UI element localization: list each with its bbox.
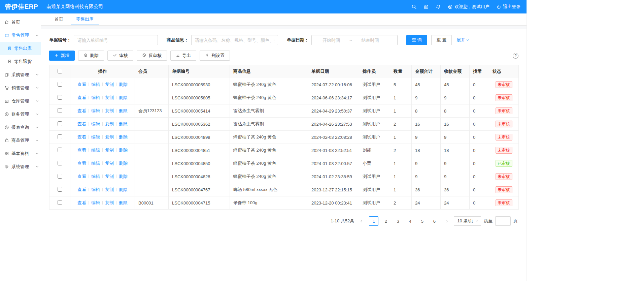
row-checkbox[interactable] bbox=[58, 108, 62, 113]
delete-link[interactable]: 删除 bbox=[119, 187, 128, 192]
copy-link[interactable]: 复制 bbox=[105, 161, 114, 166]
delete-link[interactable]: 删除 bbox=[119, 200, 128, 205]
tab-home[interactable]: 首页 bbox=[49, 13, 69, 25]
copy-link[interactable]: 复制 bbox=[105, 187, 114, 192]
copy-link[interactable]: 复制 bbox=[105, 121, 114, 126]
date-range-picker[interactable]: ~ bbox=[311, 35, 398, 45]
edit-link[interactable]: 编辑 bbox=[91, 200, 100, 205]
delete-button[interactable]: 删除 bbox=[78, 51, 104, 61]
sidebar-item-report-query[interactable]: 报表查询 bbox=[0, 121, 41, 134]
delete-link[interactable]: 删除 bbox=[119, 148, 128, 153]
edit-link[interactable]: 编辑 bbox=[91, 121, 100, 126]
page-size-select[interactable]: 10 条/页 bbox=[454, 216, 481, 226]
reset-button[interactable]: 重 置 bbox=[431, 35, 452, 45]
page-button-1[interactable]: 1 bbox=[369, 216, 378, 226]
audit-button[interactable]: 审核 bbox=[107, 51, 133, 61]
row-checkbox[interactable] bbox=[58, 187, 62, 192]
sidebar-item-purchase-mgmt[interactable]: 采购管理 bbox=[0, 68, 41, 81]
page-button-6[interactable]: 6 bbox=[430, 216, 439, 226]
bank-icon[interactable] bbox=[423, 4, 429, 9]
next-page-button[interactable] bbox=[442, 216, 451, 226]
bell-icon[interactable] bbox=[436, 4, 441, 9]
column-settings-label: 列设置 bbox=[211, 53, 225, 59]
row-checkbox[interactable] bbox=[58, 121, 62, 126]
row-checkbox[interactable] bbox=[58, 134, 62, 139]
sidebar-item-retail-mgmt[interactable]: 零售管理 bbox=[0, 29, 41, 42]
edit-link[interactable]: 编辑 bbox=[91, 134, 100, 139]
row-checkbox[interactable] bbox=[58, 174, 62, 179]
copy-link[interactable]: 复制 bbox=[105, 82, 114, 87]
export-button[interactable]: 导出 bbox=[170, 51, 196, 61]
delete-link[interactable]: 删除 bbox=[119, 82, 128, 87]
sidebar-item-retail-return[interactable]: 零售退货 bbox=[0, 55, 41, 68]
row-checkbox[interactable] bbox=[58, 95, 62, 100]
view-link[interactable]: 查看 bbox=[77, 148, 86, 153]
copy-link[interactable]: 复制 bbox=[105, 108, 114, 113]
expand-link[interactable]: 展开 bbox=[456, 37, 469, 43]
help-icon[interactable]: ? bbox=[513, 53, 518, 59]
sidebar-item-sales-mgmt[interactable]: 销售管理 bbox=[0, 81, 41, 94]
search-button[interactable]: 查 询 bbox=[406, 35, 427, 45]
delete-link[interactable]: 删除 bbox=[119, 95, 128, 100]
delete-link[interactable]: 删除 bbox=[119, 161, 128, 166]
view-link[interactable]: 查看 bbox=[77, 200, 86, 205]
edit-link[interactable]: 编辑 bbox=[91, 174, 100, 179]
logout-button[interactable]: 退出登录 bbox=[496, 4, 520, 10]
select-all-checkbox[interactable] bbox=[58, 69, 62, 73]
page-button-3[interactable]: 3 bbox=[393, 216, 403, 226]
copy-link[interactable]: 复制 bbox=[105, 200, 114, 205]
view-link[interactable]: 查看 bbox=[77, 82, 86, 87]
delete-link[interactable]: 删除 bbox=[119, 108, 128, 113]
edit-link[interactable]: 编辑 bbox=[91, 82, 100, 87]
copy-link[interactable]: 复制 bbox=[105, 174, 114, 179]
view-link[interactable]: 查看 bbox=[77, 187, 86, 192]
view-link[interactable]: 查看 bbox=[77, 161, 86, 166]
prev-page-button[interactable] bbox=[357, 216, 366, 226]
sidebar-item-warehouse-mgmt[interactable]: 仓库管理 bbox=[0, 94, 41, 107]
order-no-input[interactable] bbox=[74, 35, 158, 45]
search-icon[interactable] bbox=[411, 4, 417, 9]
delete-link[interactable]: 删除 bbox=[119, 134, 128, 139]
sidebar-item-retail-outbound[interactable]: 零售出库 bbox=[0, 42, 41, 55]
page-button-5[interactable]: 5 bbox=[417, 216, 427, 226]
jump-input[interactable] bbox=[495, 216, 511, 226]
row-checkbox[interactable] bbox=[58, 148, 62, 152]
sidebar-item-system-mgmt[interactable]: 系统管理 bbox=[0, 160, 41, 173]
filter-order-no: 单据编号： bbox=[49, 35, 158, 45]
view-link[interactable]: 查看 bbox=[77, 121, 86, 126]
date-end-input[interactable] bbox=[353, 38, 387, 43]
view-link[interactable]: 查看 bbox=[77, 108, 86, 113]
edit-link[interactable]: 编辑 bbox=[91, 187, 100, 192]
download-icon bbox=[176, 53, 180, 58]
view-link[interactable]: 查看 bbox=[77, 174, 86, 179]
welcome-user[interactable]: 欢迎您，测试用户 bbox=[448, 4, 489, 10]
member-cell bbox=[135, 170, 169, 183]
date-start-input[interactable] bbox=[314, 38, 348, 43]
change-cell: 0 bbox=[470, 183, 489, 196]
sidebar-item-goods-mgmt[interactable]: 商品管理 bbox=[0, 134, 41, 147]
sidebar-item-base-data[interactable]: 基本资料 bbox=[0, 147, 41, 160]
tab-retail-outbound[interactable]: 零售出库 bbox=[71, 13, 99, 25]
column-settings-button[interactable]: 列设置 bbox=[200, 51, 230, 61]
copy-link[interactable]: 复制 bbox=[105, 95, 114, 100]
add-button[interactable]: 新增 bbox=[49, 51, 75, 61]
sidebar-item-home[interactable]: 首页 bbox=[0, 15, 41, 29]
row-checkbox[interactable] bbox=[58, 82, 62, 87]
edit-link[interactable]: 编辑 bbox=[91, 95, 100, 100]
delete-link[interactable]: 删除 bbox=[119, 121, 128, 126]
edit-link[interactable]: 编辑 bbox=[91, 148, 100, 153]
row-checkbox[interactable] bbox=[58, 200, 62, 205]
product-input[interactable] bbox=[191, 35, 278, 45]
view-link[interactable]: 查看 bbox=[77, 95, 86, 100]
unaudit-button[interactable]: 反审核 bbox=[137, 51, 167, 61]
delete-link[interactable]: 删除 bbox=[119, 174, 128, 179]
copy-link[interactable]: 复制 bbox=[105, 134, 114, 139]
edit-link[interactable]: 编辑 bbox=[91, 161, 100, 166]
row-checkbox[interactable] bbox=[58, 161, 62, 165]
copy-link[interactable]: 复制 bbox=[105, 148, 114, 153]
page-button-4[interactable]: 4 bbox=[405, 216, 415, 226]
sidebar-item-finance-mgmt[interactable]: 财务管理 bbox=[0, 107, 41, 121]
view-link[interactable]: 查看 bbox=[77, 134, 86, 139]
edit-link[interactable]: 编辑 bbox=[91, 108, 100, 113]
page-button-2[interactable]: 2 bbox=[381, 216, 391, 226]
